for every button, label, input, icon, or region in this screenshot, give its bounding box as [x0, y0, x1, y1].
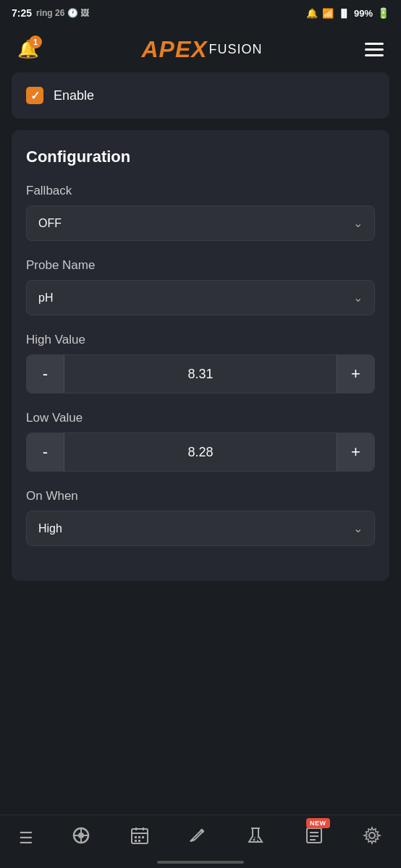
low-value-decrement-button[interactable]: - — [27, 433, 64, 471]
logo-fusion-text: FUSION — [209, 42, 263, 57]
enable-label: Enable — [54, 88, 94, 103]
nav-schedule[interactable] — [122, 822, 157, 854]
fallback-chevron-icon: ⌄ — [353, 216, 363, 230]
high-value-increment-button[interactable]: + — [337, 355, 374, 393]
high-value-group: High Value - + — [26, 333, 375, 393]
on-when-chevron-icon: ⌄ — [353, 522, 363, 535]
on-when-dropdown[interactable]: High ⌄ — [26, 511, 375, 546]
nav-dashboard[interactable] — [64, 822, 98, 854]
nav-settings[interactable] — [355, 822, 389, 854]
probe-name-dropdown[interactable]: pH ⌄ — [26, 280, 375, 315]
low-value-group: Low Value - + — [26, 411, 375, 472]
status-bar: 7:25 ring 26 🕐 🖼 🔔 📶 ▐▌ 99% 🔋 — [0, 0, 401, 26]
battery-icon: 🔋 — [377, 7, 389, 19]
high-value-label: High Value — [26, 333, 375, 347]
svg-rect-11 — [138, 836, 140, 838]
svg-point-1 — [78, 833, 84, 838]
schedule-icon — [130, 825, 150, 851]
battery-display: 99% — [354, 8, 373, 19]
on-when-group: On When High ⌄ — [26, 489, 375, 546]
svg-rect-14 — [138, 840, 140, 842]
app-logo: APEX FUSION — [141, 36, 262, 63]
enable-card: Enable — [12, 72, 389, 119]
config-title: Configuration — [26, 148, 375, 166]
signal-icon: ▐▌ — [338, 9, 350, 17]
nav-list[interactable]: ☰ — [12, 827, 41, 849]
low-value-stepper: - + — [26, 433, 375, 472]
fallback-value: OFF — [38, 217, 62, 230]
home-indicator — [157, 861, 244, 864]
settings-icon — [362, 825, 382, 851]
hamburger-line-2 — [365, 48, 384, 51]
fallback-label: Fallback — [26, 184, 375, 198]
on-when-label: On When — [26, 489, 375, 503]
probe-name-chevron-icon: ⌄ — [353, 291, 363, 305]
alarm-icon: 🔔 — [306, 8, 318, 19]
time-display: 7:25 — [12, 7, 32, 19]
svg-point-20 — [257, 840, 258, 841]
bottom-navigation: ☰ — [0, 814, 401, 868]
wifi-icon: 📶 — [322, 8, 334, 19]
fallback-group: Fallback OFF ⌄ — [26, 184, 375, 241]
hamburger-menu[interactable] — [362, 40, 387, 59]
low-value-increment-button[interactable]: + — [337, 433, 374, 471]
high-value-stepper: - + — [26, 354, 375, 393]
tasks-icon — [304, 825, 324, 851]
configuration-card: Configuration Fallback OFF ⌄ Probe Name … — [12, 130, 389, 581]
probe-name-group: Probe Name pH ⌄ — [26, 258, 375, 315]
hamburger-line-1 — [365, 43, 384, 45]
new-badge: NEW — [306, 818, 330, 828]
fallback-dropdown[interactable]: OFF ⌄ — [26, 205, 375, 241]
status-left: 7:25 ring 26 🕐 🖼 — [12, 7, 89, 19]
lab-icon — [245, 825, 266, 851]
nav-edit[interactable] — [180, 822, 215, 854]
status-right: 🔔 📶 ▐▌ 99% 🔋 — [306, 7, 389, 19]
svg-rect-10 — [135, 836, 137, 838]
high-value-decrement-button[interactable]: - — [27, 355, 64, 393]
dashboard-icon — [71, 825, 91, 851]
high-value-input[interactable] — [64, 357, 337, 392]
logo-apex-text: APEX — [141, 36, 207, 63]
on-when-value: High — [38, 522, 62, 535]
probe-name-label: Probe Name — [26, 258, 375, 273]
status-notification-icons: ring 26 🕐 🖼 — [36, 8, 89, 18]
nav-lab[interactable] — [238, 822, 273, 854]
list-icon: ☰ — [19, 830, 33, 846]
low-value-label: Low Value — [26, 411, 375, 425]
probe-name-value: pH — [38, 292, 53, 305]
svg-point-19 — [253, 839, 256, 841]
low-value-input[interactable] — [64, 435, 337, 470]
enable-checkbox[interactable] — [26, 87, 43, 104]
svg-rect-12 — [142, 836, 144, 838]
nav-tasks[interactable]: NEW — [297, 822, 332, 854]
main-content: Enable Configuration Fallback OFF ⌄ Prob… — [0, 72, 401, 658]
app-header: 🔔 1 APEX FUSION — [0, 26, 401, 72]
svg-rect-13 — [135, 840, 137, 842]
notification-bell[interactable]: 🔔 1 — [14, 35, 42, 63]
edit-icon — [187, 825, 208, 851]
hamburger-line-3 — [365, 54, 384, 56]
notification-badge: 1 — [29, 35, 42, 48]
svg-point-25 — [369, 833, 375, 838]
